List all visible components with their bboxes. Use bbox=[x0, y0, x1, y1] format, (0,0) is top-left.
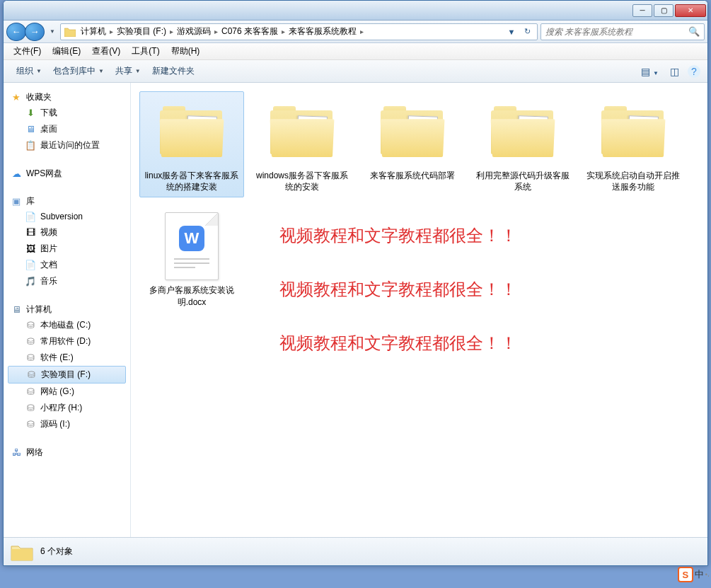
sidebar-item-documents[interactable]: 📄文档 bbox=[8, 257, 126, 273]
forward-button[interactable]: → bbox=[25, 23, 45, 41]
sidebar-item-drive-h[interactable]: ⛁小程序 (H:) bbox=[8, 400, 126, 416]
close-button[interactable]: ✕ bbox=[675, 4, 706, 17]
folder-icon bbox=[377, 96, 448, 167]
folder-item[interactable]: windows服务器下客服系统的安装 bbox=[250, 91, 354, 197]
chevron-right-icon[interactable]: ▸ bbox=[168, 28, 175, 35]
chevron-right-icon[interactable]: ▸ bbox=[108, 28, 115, 35]
sidebar-wps[interactable]: ☁ WPS网盘 bbox=[8, 166, 126, 181]
menu-bar: 文件(F) 编辑(E) 查看(V) 工具(T) 帮助(H) bbox=[4, 43, 707, 60]
breadcrumb[interactable]: 计算机 bbox=[79, 25, 108, 38]
network-icon: 🖧 bbox=[11, 447, 22, 459]
search-box[interactable]: 🔍 bbox=[541, 23, 705, 40]
status-bar: 6 个对象 bbox=[4, 537, 707, 565]
file-label: linux服务器下来客客服系统的搭建安装 bbox=[144, 170, 239, 192]
back-button[interactable]: ← bbox=[6, 23, 26, 41]
sidebar-item-recent[interactable]: 📋最近访问的位置 bbox=[8, 137, 126, 154]
drive-icon: ⛁ bbox=[25, 336, 36, 347]
ime-punct[interactable]: •، bbox=[705, 571, 710, 578]
view-mode-button[interactable]: ▤ ▼ bbox=[638, 64, 661, 79]
titlebar[interactable]: ─ ▢ ✕ bbox=[4, 1, 707, 21]
breadcrumb[interactable]: 游戏源码 bbox=[175, 25, 212, 38]
address-dropdown[interactable]: ▼ bbox=[504, 25, 519, 39]
overlay-text: 视频教程和文字教程都很全！！ bbox=[279, 332, 517, 354]
share-button[interactable]: 共享▼ bbox=[110, 64, 146, 79]
ime-indicator[interactable]: S 中 •، bbox=[678, 567, 710, 582]
refresh-button[interactable]: ↻ bbox=[520, 25, 534, 39]
chevron-right-icon[interactable]: ▸ bbox=[279, 28, 287, 35]
file-label: 利用完整源代码升级客服系统 bbox=[475, 170, 570, 192]
sidebar-item-pictures[interactable]: 🖼图片 bbox=[8, 241, 126, 257]
file-label: 多商户客服系统安装说明.docx bbox=[144, 284, 239, 307]
drive-icon: ⛁ bbox=[25, 320, 36, 331]
sidebar-network[interactable]: 🖧 网络 bbox=[8, 445, 126, 460]
search-input[interactable] bbox=[545, 27, 688, 37]
sidebar-item-drive-f[interactable]: ⛁实验项目 (F:) bbox=[8, 366, 126, 384]
status-text: 6 个对象 bbox=[40, 546, 73, 558]
menu-edit[interactable]: 编辑(E) bbox=[47, 44, 86, 59]
sidebar-item-desktop[interactable]: 🖥桌面 bbox=[8, 121, 126, 137]
organize-button[interactable]: 组织▼ bbox=[11, 64, 47, 79]
toolbar: 组织▼ 包含到库中▼ 共享▼ 新建文件夹 ▤ ▼ ◫ ? bbox=[4, 60, 707, 83]
breadcrumb[interactable]: C076 来客客服 bbox=[220, 25, 279, 38]
sidebar-item-subversion[interactable]: 📄Subversion bbox=[8, 209, 126, 224]
drive-icon: ⛁ bbox=[25, 352, 36, 364]
maximize-button[interactable]: ▢ bbox=[654, 4, 674, 17]
breadcrumb[interactable]: 实验项目 (F:) bbox=[115, 25, 168, 38]
file-item[interactable]: W多商户客服系统安装说明.docx bbox=[139, 206, 244, 312]
sidebar-item-drive-c[interactable]: ⛁本地磁盘 (C:) bbox=[8, 317, 126, 333]
doc-icon: 📄 bbox=[25, 211, 36, 222]
menu-help[interactable]: 帮助(H) bbox=[166, 44, 206, 59]
sogou-icon[interactable]: S bbox=[678, 567, 693, 582]
sidebar-item-drive-g[interactable]: ⛁网站 (G:) bbox=[8, 384, 126, 400]
picture-icon: 🖼 bbox=[25, 243, 36, 255]
cloud-icon: ☁ bbox=[11, 168, 22, 180]
folder-icon bbox=[267, 96, 337, 167]
preview-pane-button[interactable]: ◫ bbox=[667, 64, 682, 79]
drive-icon: ⛁ bbox=[25, 386, 36, 398]
sidebar-item-videos[interactable]: 🎞视频 bbox=[8, 224, 126, 241]
folder-item[interactable]: 实现系统启动自动开启推送服务功能 bbox=[581, 91, 686, 197]
drive-icon: ⛁ bbox=[25, 419, 36, 430]
sidebar-favorites[interactable]: ★ 收藏夹 bbox=[8, 90, 126, 105]
folder-item[interactable]: 来客客服系统代码部署 bbox=[360, 91, 465, 197]
folder-item[interactable]: linux服务器下来客客服系统的搭建安装 bbox=[139, 91, 244, 197]
video-icon: 🎞 bbox=[25, 227, 36, 238]
search-icon[interactable]: 🔍 bbox=[688, 26, 700, 37]
include-library-button[interactable]: 包含到库中▼ bbox=[47, 64, 110, 79]
folder-icon bbox=[598, 96, 669, 167]
nav-history-dropdown[interactable]: ▼ bbox=[47, 25, 57, 39]
docx-icon: W bbox=[156, 211, 227, 282]
drive-icon: ⛁ bbox=[25, 369, 37, 381]
sidebar-item-music[interactable]: 🎵音乐 bbox=[8, 273, 126, 289]
sidebar-computer[interactable]: 🖥 计算机 bbox=[8, 302, 126, 317]
file-label: 来客客服系统代码部署 bbox=[370, 170, 455, 181]
star-icon: ★ bbox=[11, 92, 22, 103]
chevron-right-icon[interactable]: ▸ bbox=[358, 28, 366, 35]
sidebar-libraries[interactable]: ▣ 库 bbox=[8, 194, 126, 209]
chevron-right-icon[interactable]: ▸ bbox=[212, 28, 220, 35]
sidebar-item-drive-d[interactable]: ⛁常用软件 (D:) bbox=[8, 333, 126, 350]
file-pane[interactable]: linux服务器下来客客服系统的搭建安装windows服务器下客服系统的安装来客… bbox=[131, 83, 707, 537]
sidebar: ★ 收藏夹 ⬇下载 🖥桌面 📋最近访问的位置 ☁ WPS网盘 ▣ 库 📄Subv bbox=[4, 83, 131, 537]
sidebar-item-drive-e[interactable]: ⛁软件 (E:) bbox=[8, 350, 126, 366]
ime-lang[interactable]: 中 bbox=[695, 568, 704, 581]
sidebar-item-drive-i[interactable]: ⛁源码 (I:) bbox=[8, 416, 126, 432]
menu-view[interactable]: 查看(V) bbox=[86, 44, 126, 59]
menu-tools[interactable]: 工具(T) bbox=[126, 44, 165, 59]
address-bar[interactable]: 计算机▸ 实验项目 (F:)▸ 游戏源码▸ C076 来客客服▸ 来客客服系统教… bbox=[60, 23, 538, 40]
new-folder-button[interactable]: 新建文件夹 bbox=[146, 64, 200, 79]
folder-item[interactable]: 利用完整源代码升级客服系统 bbox=[470, 91, 575, 197]
explorer-window: ─ ▢ ✕ ← → ▼ 计算机▸ 实验项目 (F:)▸ 游戏源码▸ C076 来… bbox=[3, 0, 708, 566]
breadcrumb[interactable]: 来客客服系统教程 bbox=[287, 25, 358, 38]
menu-file[interactable]: 文件(F) bbox=[8, 44, 47, 59]
file-label: windows服务器下客服系统的安装 bbox=[255, 170, 349, 192]
library-icon: ▣ bbox=[11, 196, 22, 207]
sidebar-item-downloads[interactable]: ⬇下载 bbox=[8, 105, 126, 121]
help-button[interactable]: ? bbox=[688, 65, 700, 78]
overlay-text: 视频教程和文字教程都很全！！ bbox=[279, 278, 517, 301]
drive-icon: ⛁ bbox=[25, 403, 36, 414]
folder-icon bbox=[64, 25, 76, 38]
download-icon: ⬇ bbox=[25, 108, 36, 119]
music-icon: 🎵 bbox=[25, 276, 36, 287]
minimize-button[interactable]: ─ bbox=[632, 4, 652, 17]
